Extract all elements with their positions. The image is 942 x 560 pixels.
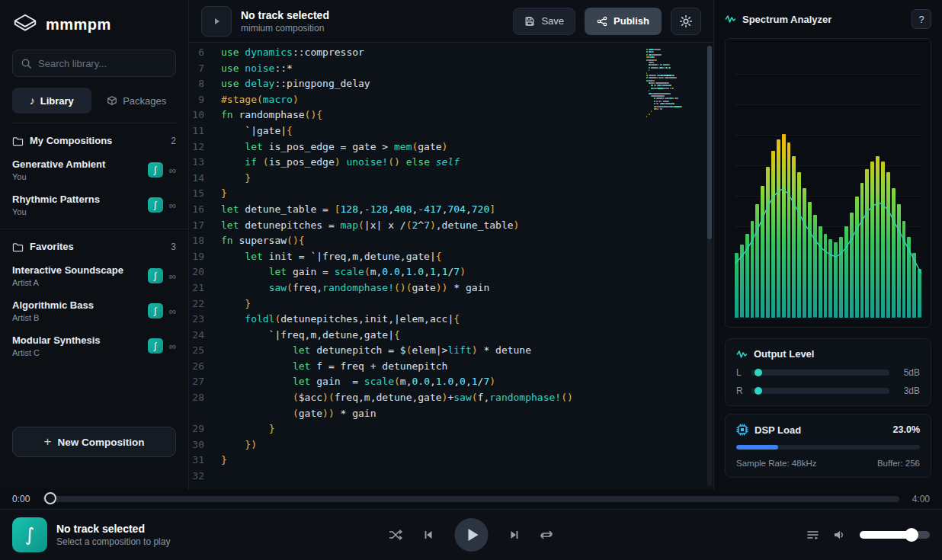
settings-button[interactable] <box>671 8 701 35</box>
dsp-load-card: DSP Load 23.0% Sample Rate: 48kHz Buffer… <box>725 414 931 478</box>
minimap-line <box>646 93 700 94</box>
composition-meta: Rhythmic PatternsYou <box>12 194 148 216</box>
line-number: 18 <box>189 233 221 249</box>
code-line: 20 let gain = scale(m,0.0,1.0,1,1/7) <box>189 264 713 280</box>
search-input[interactable] <box>38 58 168 69</box>
composition-item[interactable]: Modular SynthesisArtist C∫∞ <box>0 328 188 363</box>
code-line: 30 }) <box>189 437 713 453</box>
seek-bar[interactable] <box>43 496 899 502</box>
minimap-line <box>646 56 700 58</box>
shuffle-button[interactable] <box>389 529 403 541</box>
right-panel: Spectrum Analyzer ? <box>713 0 942 489</box>
line-number: 30 <box>189 437 221 453</box>
code-line: 19 let init = `|freq,m,detune,gate|{ <box>189 249 713 265</box>
editor-scrollbar-thumb[interactable] <box>707 46 712 239</box>
code-text: use dynamics::compressor <box>221 45 364 61</box>
new-composition-button[interactable]: + New Composition <box>12 427 176 457</box>
composition-title: Modular Synthesis <box>12 334 148 346</box>
tab-library[interactable]: ♪ Library <box>12 88 91 114</box>
sidebar-sections: My Compositions2Generative AmbientYou∫∞R… <box>0 123 188 427</box>
code-text: } <box>221 296 251 312</box>
volume-knob[interactable] <box>905 528 918 542</box>
minimap-line <box>646 110 700 112</box>
tab-packages[interactable]: Packages <box>98 88 177 114</box>
dsp-footer: Sample Rate: 48kHz Buffer: 256 <box>736 459 920 468</box>
composition-meta: Modular SynthesisArtist C <box>12 334 148 357</box>
line-number: 28 <box>189 390 221 406</box>
folder-icon <box>12 242 24 252</box>
composition-icon: ∫ <box>148 268 163 283</box>
minimap-line <box>646 64 700 66</box>
dsp-load-title: DSP Load <box>755 424 801 436</box>
line-number: 7 <box>189 61 221 77</box>
line-number: 14 <box>189 171 221 187</box>
level-rows: L5dBR3dB <box>736 367 920 396</box>
level-knob <box>755 369 762 376</box>
output-level-card: Output Level L5dBR3dB <box>725 338 931 406</box>
spectrum-plot <box>735 48 921 318</box>
code-text: if (is_pos_edge) unoise!() else self <box>221 155 460 171</box>
minimap-line <box>646 98 700 99</box>
level-row: L5dB <box>736 367 920 378</box>
minimap-line <box>646 51 700 53</box>
level-value: 3dB <box>897 386 920 396</box>
minimap[interactable] <box>646 49 700 121</box>
code-line: 6use dynamics::compressor <box>189 45 713 61</box>
music-note-icon: ♪ <box>30 94 35 107</box>
composition-item[interactable]: Generative AmbientYou∫∞ <box>0 152 188 187</box>
transport-controls <box>389 518 553 552</box>
code-text: let detunepitch = $(elem|>lift) * detune <box>221 343 531 359</box>
help-button[interactable]: ? <box>912 9 931 29</box>
preview-play-button[interactable] <box>201 6 232 37</box>
editor-topbar: No track selected mimium composition Sav… <box>189 0 713 43</box>
line-number: 15 <box>189 186 221 202</box>
code-line: 21 saw(freq,randomphase!()(gate)) * gain <box>189 280 713 296</box>
code-text: `|gate|{ <box>221 123 293 139</box>
output-level-title: Output Level <box>754 348 814 360</box>
code-text: foldl(detunepitches,init,|elem,acc|{ <box>221 312 460 328</box>
now-playing-title: No track selected <box>56 523 170 535</box>
publish-button[interactable]: Publish <box>585 8 662 35</box>
editor-scrollbar[interactable] <box>707 46 712 486</box>
dsp-load-bar <box>736 445 920 450</box>
code-text: #stage(macro) <box>221 92 299 108</box>
composition-artist: Artist A <box>12 278 148 287</box>
code-text: let is_pos_edge = gate > mem(gate) <box>221 139 447 155</box>
volume-slider[interactable] <box>860 531 930 539</box>
line-number: 24 <box>189 328 221 344</box>
tab-library-label: Library <box>40 95 74 107</box>
composition-item[interactable]: Interactive SoundscapeArtist A∫∞ <box>0 258 188 293</box>
section-header: Favorites3 <box>0 229 188 258</box>
code-text: use noise::* <box>221 61 293 77</box>
queue-button[interactable] <box>806 529 819 541</box>
composition-item[interactable]: Rhythmic PatternsYou∫∞ <box>0 187 188 222</box>
next-track-button[interactable] <box>508 529 521 541</box>
line-number: 20 <box>189 264 221 280</box>
previous-track-button[interactable] <box>423 529 435 541</box>
code-text: saw(freq,randomphase!()(gate)) * gain <box>221 280 489 296</box>
seek-knob[interactable] <box>44 492 56 504</box>
composition-meta: Algorithmic BassArtist B <box>12 299 148 322</box>
repeat-button[interactable] <box>540 529 553 541</box>
code-line: 12 let is_pos_edge = gate > mem(gate) <box>189 139 713 155</box>
minimap-line <box>646 54 700 56</box>
publish-label: Publish <box>614 15 649 27</box>
composition-meta: Generative AmbientYou <box>12 158 148 181</box>
editor-column: No track selected mimium composition Sav… <box>189 0 713 489</box>
search-box[interactable] <box>12 50 176 77</box>
minimap-line <box>646 119 700 120</box>
infinity-icon: ∞ <box>169 200 176 211</box>
section-title: Favorites <box>30 241 74 252</box>
package-icon <box>107 95 117 106</box>
play-button[interactable] <box>455 518 489 552</box>
line-number <box>189 406 221 422</box>
composition-item[interactable]: Algorithmic BassArtist B∫∞ <box>0 293 188 328</box>
channel-label: L <box>736 367 744 378</box>
spectrum-analyzer <box>725 38 931 328</box>
code-editor[interactable]: 6use dynamics::compressor7use noise::*8u… <box>189 43 713 489</box>
volume-button[interactable] <box>833 529 846 541</box>
code-lines: 6use dynamics::compressor7use noise::*8u… <box>189 45 713 485</box>
plus-icon: + <box>44 434 52 450</box>
save-button[interactable]: Save <box>513 8 575 35</box>
code-text: let detunepitches = map(|x| x /(2^7),det… <box>221 218 519 234</box>
